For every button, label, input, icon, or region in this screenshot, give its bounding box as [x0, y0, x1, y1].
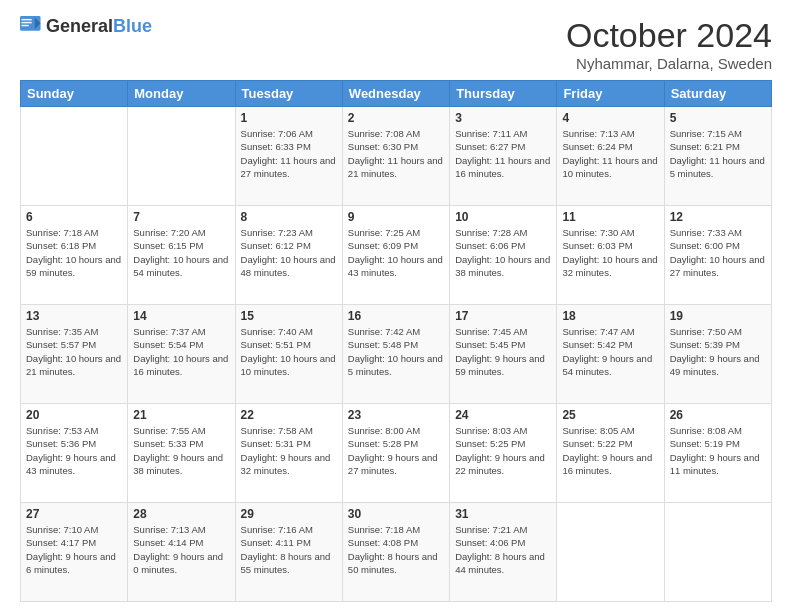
calendar-cell: 26Sunrise: 8:08 AM Sunset: 5:19 PM Dayli… — [664, 404, 771, 503]
day-number: 6 — [26, 210, 122, 224]
day-number: 9 — [348, 210, 444, 224]
day-number: 31 — [455, 507, 551, 521]
day-info: Sunrise: 7:13 AM Sunset: 6:24 PM Dayligh… — [562, 127, 658, 180]
day-header-sunday: Sunday — [21, 81, 128, 107]
svg-rect-4 — [21, 25, 28, 26]
day-info: Sunrise: 7:40 AM Sunset: 5:51 PM Dayligh… — [241, 325, 337, 378]
day-number: 19 — [670, 309, 766, 323]
calendar-cell: 14Sunrise: 7:37 AM Sunset: 5:54 PM Dayli… — [128, 305, 235, 404]
calendar-cell: 28Sunrise: 7:13 AM Sunset: 4:14 PM Dayli… — [128, 503, 235, 602]
day-info: Sunrise: 7:06 AM Sunset: 6:33 PM Dayligh… — [241, 127, 337, 180]
day-info: Sunrise: 8:00 AM Sunset: 5:28 PM Dayligh… — [348, 424, 444, 477]
day-info: Sunrise: 7:50 AM Sunset: 5:39 PM Dayligh… — [670, 325, 766, 378]
day-number: 16 — [348, 309, 444, 323]
day-number: 10 — [455, 210, 551, 224]
day-info: Sunrise: 7:28 AM Sunset: 6:06 PM Dayligh… — [455, 226, 551, 279]
day-number: 27 — [26, 507, 122, 521]
day-info: Sunrise: 7:30 AM Sunset: 6:03 PM Dayligh… — [562, 226, 658, 279]
day-number: 7 — [133, 210, 229, 224]
day-number: 1 — [241, 111, 337, 125]
day-info: Sunrise: 7:53 AM Sunset: 5:36 PM Dayligh… — [26, 424, 122, 477]
day-info: Sunrise: 7:20 AM Sunset: 6:15 PM Dayligh… — [133, 226, 229, 279]
day-number: 3 — [455, 111, 551, 125]
day-number: 28 — [133, 507, 229, 521]
calendar-cell: 18Sunrise: 7:47 AM Sunset: 5:42 PM Dayli… — [557, 305, 664, 404]
calendar-cell: 7Sunrise: 7:20 AM Sunset: 6:15 PM Daylig… — [128, 206, 235, 305]
day-number: 23 — [348, 408, 444, 422]
calendar-cell: 5Sunrise: 7:15 AM Sunset: 6:21 PM Daylig… — [664, 107, 771, 206]
calendar-cell: 23Sunrise: 8:00 AM Sunset: 5:28 PM Dayli… — [342, 404, 449, 503]
logo: GeneralBlue — [20, 16, 152, 38]
day-info: Sunrise: 7:37 AM Sunset: 5:54 PM Dayligh… — [133, 325, 229, 378]
calendar-cell: 31Sunrise: 7:21 AM Sunset: 4:06 PM Dayli… — [450, 503, 557, 602]
calendar-cell: 19Sunrise: 7:50 AM Sunset: 5:39 PM Dayli… — [664, 305, 771, 404]
day-number: 12 — [670, 210, 766, 224]
calendar-cell: 1Sunrise: 7:06 AM Sunset: 6:33 PM Daylig… — [235, 107, 342, 206]
calendar-week-1: 1Sunrise: 7:06 AM Sunset: 6:33 PM Daylig… — [21, 107, 772, 206]
day-number: 2 — [348, 111, 444, 125]
calendar-cell: 10Sunrise: 7:28 AM Sunset: 6:06 PM Dayli… — [450, 206, 557, 305]
day-number: 4 — [562, 111, 658, 125]
day-info: Sunrise: 7:11 AM Sunset: 6:27 PM Dayligh… — [455, 127, 551, 180]
day-info: Sunrise: 8:03 AM Sunset: 5:25 PM Dayligh… — [455, 424, 551, 477]
day-number: 17 — [455, 309, 551, 323]
calendar-cell: 24Sunrise: 8:03 AM Sunset: 5:25 PM Dayli… — [450, 404, 557, 503]
day-header-thursday: Thursday — [450, 81, 557, 107]
day-info: Sunrise: 7:10 AM Sunset: 4:17 PM Dayligh… — [26, 523, 122, 576]
day-header-monday: Monday — [128, 81, 235, 107]
day-number: 14 — [133, 309, 229, 323]
day-header-tuesday: Tuesday — [235, 81, 342, 107]
calendar-cell — [21, 107, 128, 206]
calendar-cell — [557, 503, 664, 602]
calendar-cell: 21Sunrise: 7:55 AM Sunset: 5:33 PM Dayli… — [128, 404, 235, 503]
month-title: October 2024 — [566, 16, 772, 55]
calendar-header-row: SundayMondayTuesdayWednesdayThursdayFrid… — [21, 81, 772, 107]
day-info: Sunrise: 7:33 AM Sunset: 6:00 PM Dayligh… — [670, 226, 766, 279]
calendar-cell: 25Sunrise: 8:05 AM Sunset: 5:22 PM Dayli… — [557, 404, 664, 503]
calendar-cell: 12Sunrise: 7:33 AM Sunset: 6:00 PM Dayli… — [664, 206, 771, 305]
page: GeneralBlue October 2024 Nyhammar, Dalar… — [0, 0, 792, 612]
calendar-cell: 16Sunrise: 7:42 AM Sunset: 5:48 PM Dayli… — [342, 305, 449, 404]
calendar-cell: 30Sunrise: 7:18 AM Sunset: 4:08 PM Dayli… — [342, 503, 449, 602]
title-section: October 2024 Nyhammar, Dalarna, Sweden — [566, 16, 772, 72]
day-number: 26 — [670, 408, 766, 422]
day-number: 5 — [670, 111, 766, 125]
calendar-cell: 29Sunrise: 7:16 AM Sunset: 4:11 PM Dayli… — [235, 503, 342, 602]
calendar-week-4: 20Sunrise: 7:53 AM Sunset: 5:36 PM Dayli… — [21, 404, 772, 503]
day-info: Sunrise: 7:16 AM Sunset: 4:11 PM Dayligh… — [241, 523, 337, 576]
location-title: Nyhammar, Dalarna, Sweden — [566, 55, 772, 72]
calendar-cell: 27Sunrise: 7:10 AM Sunset: 4:17 PM Dayli… — [21, 503, 128, 602]
day-info: Sunrise: 7:25 AM Sunset: 6:09 PM Dayligh… — [348, 226, 444, 279]
day-info: Sunrise: 7:42 AM Sunset: 5:48 PM Dayligh… — [348, 325, 444, 378]
day-number: 25 — [562, 408, 658, 422]
day-number: 15 — [241, 309, 337, 323]
day-info: Sunrise: 7:23 AM Sunset: 6:12 PM Dayligh… — [241, 226, 337, 279]
calendar-cell: 15Sunrise: 7:40 AM Sunset: 5:51 PM Dayli… — [235, 305, 342, 404]
day-info: Sunrise: 7:45 AM Sunset: 5:45 PM Dayligh… — [455, 325, 551, 378]
day-number: 13 — [26, 309, 122, 323]
day-number: 22 — [241, 408, 337, 422]
calendar-cell: 20Sunrise: 7:53 AM Sunset: 5:36 PM Dayli… — [21, 404, 128, 503]
day-info: Sunrise: 7:15 AM Sunset: 6:21 PM Dayligh… — [670, 127, 766, 180]
day-info: Sunrise: 7:08 AM Sunset: 6:30 PM Dayligh… — [348, 127, 444, 180]
calendar-cell: 3Sunrise: 7:11 AM Sunset: 6:27 PM Daylig… — [450, 107, 557, 206]
calendar-cell: 8Sunrise: 7:23 AM Sunset: 6:12 PM Daylig… — [235, 206, 342, 305]
day-info: Sunrise: 7:58 AM Sunset: 5:31 PM Dayligh… — [241, 424, 337, 477]
day-info: Sunrise: 8:05 AM Sunset: 5:22 PM Dayligh… — [562, 424, 658, 477]
calendar-cell: 13Sunrise: 7:35 AM Sunset: 5:57 PM Dayli… — [21, 305, 128, 404]
day-header-friday: Friday — [557, 81, 664, 107]
calendar-cell — [128, 107, 235, 206]
day-info: Sunrise: 7:18 AM Sunset: 4:08 PM Dayligh… — [348, 523, 444, 576]
calendar-table: SundayMondayTuesdayWednesdayThursdayFrid… — [20, 80, 772, 602]
day-header-saturday: Saturday — [664, 81, 771, 107]
calendar-cell: 4Sunrise: 7:13 AM Sunset: 6:24 PM Daylig… — [557, 107, 664, 206]
day-number: 18 — [562, 309, 658, 323]
day-info: Sunrise: 8:08 AM Sunset: 5:19 PM Dayligh… — [670, 424, 766, 477]
calendar-week-2: 6Sunrise: 7:18 AM Sunset: 6:18 PM Daylig… — [21, 206, 772, 305]
day-info: Sunrise: 7:55 AM Sunset: 5:33 PM Dayligh… — [133, 424, 229, 477]
day-info: Sunrise: 7:35 AM Sunset: 5:57 PM Dayligh… — [26, 325, 122, 378]
day-number: 24 — [455, 408, 551, 422]
calendar-cell: 17Sunrise: 7:45 AM Sunset: 5:45 PM Dayli… — [450, 305, 557, 404]
calendar-week-5: 27Sunrise: 7:10 AM Sunset: 4:17 PM Dayli… — [21, 503, 772, 602]
day-number: 8 — [241, 210, 337, 224]
